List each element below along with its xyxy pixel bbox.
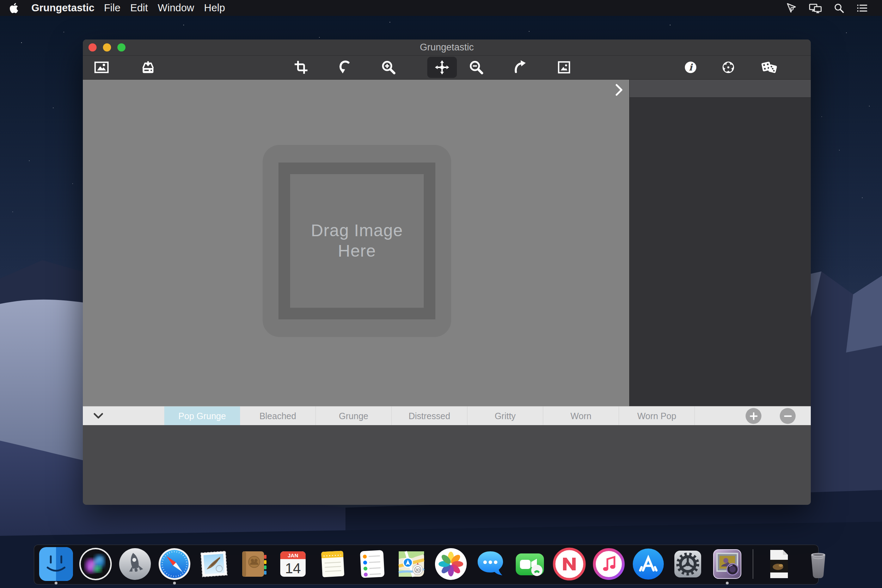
dock-item-system-preferences[interactable] xyxy=(671,547,705,581)
reminders-icon xyxy=(355,547,389,581)
finder-icon xyxy=(39,547,73,581)
photos-icon xyxy=(434,547,468,581)
dock-item-trash[interactable] xyxy=(801,547,835,581)
sidebar-panel xyxy=(629,80,811,406)
dock-item-itunes[interactable] xyxy=(592,547,626,581)
display-mirroring-icon[interactable] xyxy=(803,2,828,14)
rotate-icon xyxy=(336,59,352,75)
minus-icon xyxy=(784,412,792,420)
sidebar-header xyxy=(630,80,811,98)
frame-tool-button[interactable] xyxy=(554,57,574,77)
chevron-down-icon[interactable] xyxy=(93,413,103,419)
dock-item-app-store[interactable] xyxy=(632,547,665,581)
bottom-panel xyxy=(83,425,811,505)
itunes-icon xyxy=(592,547,626,581)
drop-zone[interactable]: Drag Image Here xyxy=(262,145,451,337)
drop-zone-label: Drag Image Here xyxy=(299,220,415,262)
mail-icon xyxy=(197,547,231,581)
desktop: Grungetastic File Edit Window Help Grung… xyxy=(0,0,882,588)
svg-text:3D: 3D xyxy=(415,568,420,572)
dock-item-photos[interactable] xyxy=(434,547,468,581)
notification-list-icon[interactable] xyxy=(850,3,882,14)
zoom-in-icon xyxy=(380,59,397,75)
traffic-lights xyxy=(88,39,126,56)
move-tool-button[interactable] xyxy=(427,57,457,78)
settings-button[interactable] xyxy=(718,57,738,77)
dock-divider xyxy=(753,549,753,579)
redo-tool-button[interactable] xyxy=(510,57,530,77)
menu-help[interactable]: Help xyxy=(199,2,230,14)
crop-tool-button[interactable] xyxy=(291,57,311,77)
filter-tab-distressed[interactable]: Distressed xyxy=(392,406,468,426)
window-content: Drag Image Here xyxy=(83,80,811,406)
randomize-button[interactable] xyxy=(759,57,779,77)
rotate-tool-button[interactable] xyxy=(334,57,354,77)
chevron-right-icon[interactable] xyxy=(615,84,623,96)
maps-icon: 3D xyxy=(394,547,428,581)
filter-tab-pop-grunge[interactable]: Pop Grunge xyxy=(164,406,240,426)
dock-item-document-file[interactable] xyxy=(762,547,796,581)
dock-item-reminders[interactable] xyxy=(355,547,389,581)
zoom-out-tool-button[interactable] xyxy=(466,57,486,77)
calendar-month: JAN xyxy=(288,552,298,558)
siri-icon xyxy=(79,547,112,581)
image-canvas[interactable]: Drag Image Here xyxy=(83,80,629,406)
menu-edit[interactable]: Edit xyxy=(126,2,153,14)
cursor-share-icon[interactable] xyxy=(780,2,803,14)
dock-item-news[interactable] xyxy=(552,547,586,581)
dock-item-messages[interactable] xyxy=(473,547,507,581)
dock-item-facetime[interactable] xyxy=(513,547,547,581)
apple-logo-icon xyxy=(9,3,20,14)
news-icon xyxy=(552,547,586,581)
dock: JAN14 3D xyxy=(34,544,819,585)
apple-menu[interactable] xyxy=(0,3,27,14)
dock-item-siri[interactable] xyxy=(79,547,112,581)
dock-item-calendar[interactable]: JAN14 xyxy=(276,547,310,581)
dock-item-maps[interactable]: 3D xyxy=(394,547,428,581)
window-title: Grungetastic xyxy=(420,42,474,53)
dock-item-finder[interactable] xyxy=(39,547,73,581)
calendar-icon: JAN14 xyxy=(276,547,310,581)
calendar-day: 14 xyxy=(285,561,301,576)
running-indicator xyxy=(173,582,176,585)
crop-icon xyxy=(293,59,309,75)
zoom-in-tool-button[interactable] xyxy=(379,57,398,77)
messages-icon xyxy=(473,547,507,581)
open-image-icon xyxy=(93,59,110,75)
plus-icon xyxy=(750,412,758,420)
filter-tab-worn-pop[interactable]: Worn Pop xyxy=(619,406,695,426)
dock-item-launchpad[interactable] xyxy=(118,547,152,581)
system-preferences-icon xyxy=(671,547,705,581)
settings-icon xyxy=(720,59,736,75)
save-image-icon xyxy=(140,59,156,75)
document-file-icon xyxy=(762,547,796,581)
remove-filter-button[interactable] xyxy=(780,408,796,424)
menu-app-name[interactable]: Grungetastic xyxy=(27,2,99,14)
zoom-button[interactable] xyxy=(117,44,126,51)
dock-item-grungetastic[interactable] xyxy=(710,547,744,581)
filter-tab-gritty[interactable]: Gritty xyxy=(468,406,543,426)
dock-item-safari[interactable] xyxy=(158,547,191,581)
dock-item-notes[interactable] xyxy=(315,547,350,581)
dock-item-mail[interactable] xyxy=(197,547,231,581)
search-icon[interactable] xyxy=(828,3,850,14)
zoom-out-icon xyxy=(468,59,484,75)
save-image-button[interactable] xyxy=(138,57,158,77)
window-title-bar[interactable]: Grungetastic xyxy=(83,39,811,56)
filter-tab-grunge[interactable]: Grunge xyxy=(316,406,392,426)
menu-window[interactable]: Window xyxy=(153,2,199,14)
open-image-button[interactable] xyxy=(92,57,111,77)
info-button[interactable]: i xyxy=(681,57,700,77)
add-filter-button[interactable] xyxy=(746,408,762,424)
menu-file[interactable]: File xyxy=(99,2,126,14)
close-button[interactable] xyxy=(88,44,97,51)
dock-item-contacts[interactable] xyxy=(237,547,270,581)
running-indicator xyxy=(726,582,729,585)
minimize-button[interactable] xyxy=(103,44,111,51)
filter-tab-worn[interactable]: Worn xyxy=(543,406,619,426)
app-store-icon xyxy=(632,547,665,581)
menu-bar: Grungetastic File Edit Window Help xyxy=(0,0,882,16)
redo-icon xyxy=(512,59,528,75)
filter-tab-bleached[interactable]: Bleached xyxy=(240,406,316,426)
info-icon: i xyxy=(682,59,699,75)
